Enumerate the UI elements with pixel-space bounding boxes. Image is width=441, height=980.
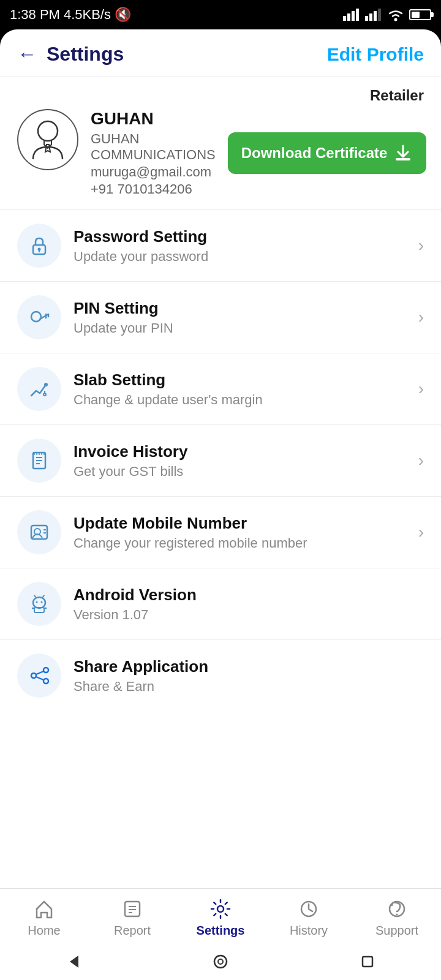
svg-line-41 [36, 677, 43, 680]
share-title: Share Application [74, 657, 424, 676]
share-text: Share Application Share & Earn [74, 657, 424, 695]
signal2-icon [365, 9, 382, 21]
share-icon [28, 664, 51, 687]
settings-item-pin[interactable]: PIN Setting Update your PIN › [0, 282, 441, 353]
status-time: 1:38 PM [10, 7, 60, 23]
nav-support[interactable]: Support [353, 897, 441, 938]
android-nav-bar [0, 943, 441, 980]
android-home-button[interactable] [209, 951, 232, 973]
wifi-icon [387, 8, 404, 21]
main-content: ← Settings Edit Profile Retailer [0, 29, 441, 980]
mobile-icon-wrap [17, 510, 61, 554]
nav-home[interactable]: Home [0, 897, 88, 938]
edit-profile-button[interactable]: Edit Profile [327, 44, 424, 65]
mobile-chevron: › [418, 522, 424, 542]
nav-home-label: Home [28, 924, 60, 938]
svg-point-46 [217, 906, 224, 912]
nav-report-label: Report [114, 924, 151, 938]
svg-rect-2 [352, 11, 355, 21]
nav-support-label: Support [375, 924, 418, 938]
settings-list: Password Setting Update your password › … [0, 210, 441, 711]
svg-point-30 [36, 601, 38, 603]
profile-info: GUHAN GUHAN COMMUNICATIONS muruga@gmail.… [91, 109, 216, 197]
avatar-icon [23, 115, 72, 164]
password-text: Password Setting Update your password [74, 227, 418, 265]
svg-point-31 [41, 601, 43, 603]
svg-line-33 [42, 595, 44, 598]
android-back-button[interactable] [62, 951, 85, 973]
settings-item-android[interactable]: Android Version Version 1.07 [0, 568, 441, 640]
svg-rect-4 [365, 16, 368, 21]
svg-point-18 [44, 383, 48, 386]
mobile-text: Update Mobile Number Change your registe… [74, 514, 418, 551]
settings-item-slab[interactable]: Slab Setting Change & update user's marg… [0, 353, 441, 425]
svg-point-49 [396, 914, 398, 916]
invoice-subtitle: Get your GST bills [74, 464, 418, 480]
password-title: Password Setting [74, 227, 418, 246]
profile-email: muruga@gmail.com [91, 164, 216, 180]
status-right [343, 8, 431, 21]
svg-point-51 [214, 956, 227, 968]
slab-text: Slab Setting Change & update user's marg… [74, 371, 418, 408]
status-left: 1:38 PM 4.5KB/s 🔇 [10, 7, 131, 23]
android-recents-button[interactable] [356, 951, 379, 973]
svg-point-39 [31, 673, 36, 678]
share-icon-wrap [17, 654, 61, 698]
settings-item-share[interactable]: Share Application Share & Earn [0, 640, 441, 711]
mobile-subtitle: Change your registered mobile number [74, 535, 418, 551]
android-title: Android Version [74, 586, 424, 605]
header: ← Settings Edit Profile [0, 29, 441, 77]
nav-history[interactable]: History [265, 897, 353, 938]
svg-rect-53 [363, 957, 372, 967]
status-bar: 1:38 PM 4.5KB/s 🔇 [0, 0, 441, 29]
svg-rect-1 [347, 13, 350, 21]
profile-phone: +91 7010134206 [91, 181, 216, 197]
report-icon [120, 897, 145, 921]
android-text: Android Version Version 1.07 [74, 586, 424, 623]
slab-icon-wrap [17, 367, 61, 411]
settings-item-invoice[interactable]: Invoice History Get your GST bills › [0, 425, 441, 497]
svg-line-32 [34, 595, 36, 598]
nav-settings[interactable]: Settings [176, 897, 265, 938]
nav-report[interactable]: Report [88, 897, 176, 938]
svg-rect-0 [343, 16, 346, 21]
svg-rect-5 [369, 13, 372, 21]
svg-rect-6 [374, 11, 377, 21]
svg-point-29 [33, 597, 45, 608]
pin-subtitle: Update your PIN [74, 320, 418, 336]
svg-point-12 [38, 248, 41, 251]
mute-icon: 🔇 [115, 7, 131, 23]
password-icon-wrap [17, 224, 61, 268]
settings-item-password[interactable]: Password Setting Update your password › [0, 210, 441, 282]
pin-text: PIN Setting Update your PIN [74, 299, 418, 336]
password-chevron: › [418, 236, 424, 255]
invoice-title: Invoice History [74, 442, 418, 461]
svg-point-37 [43, 668, 48, 673]
history-icon [296, 897, 321, 921]
profile-company: GUHAN COMMUNICATIONS [91, 131, 216, 163]
download-certificate-button[interactable]: Download Certificate [228, 132, 427, 174]
key-icon [28, 306, 51, 329]
back-button[interactable]: ← [17, 43, 37, 66]
download-icon [393, 143, 413, 163]
pin-icon-wrap [17, 295, 61, 339]
lock-icon [28, 234, 51, 257]
profile-row: GUHAN GUHAN COMMUNICATIONS muruga@gmail.… [17, 109, 424, 197]
slab-subtitle: Change & update user's margin [74, 392, 418, 408]
invoice-text: Invoice History Get your GST bills [74, 442, 418, 480]
android-subtitle: Version 1.07 [74, 607, 424, 623]
svg-point-38 [43, 679, 48, 684]
settings-item-mobile[interactable]: Update Mobile Number Change your registe… [0, 497, 441, 568]
status-data: 4.5KB/s [64, 7, 111, 23]
slab-title: Slab Setting [74, 371, 418, 390]
retailer-badge: Retailer [370, 87, 424, 104]
header-left: ← Settings [17, 43, 124, 66]
nav-history-label: History [290, 924, 328, 938]
invoice-icon-wrap [17, 439, 61, 483]
pin-chevron: › [418, 307, 424, 327]
mobile-title: Update Mobile Number [74, 514, 418, 533]
invoice-icon [28, 449, 51, 472]
svg-rect-10 [396, 158, 410, 160]
svg-point-8 [394, 18, 398, 21]
svg-rect-3 [356, 9, 359, 21]
